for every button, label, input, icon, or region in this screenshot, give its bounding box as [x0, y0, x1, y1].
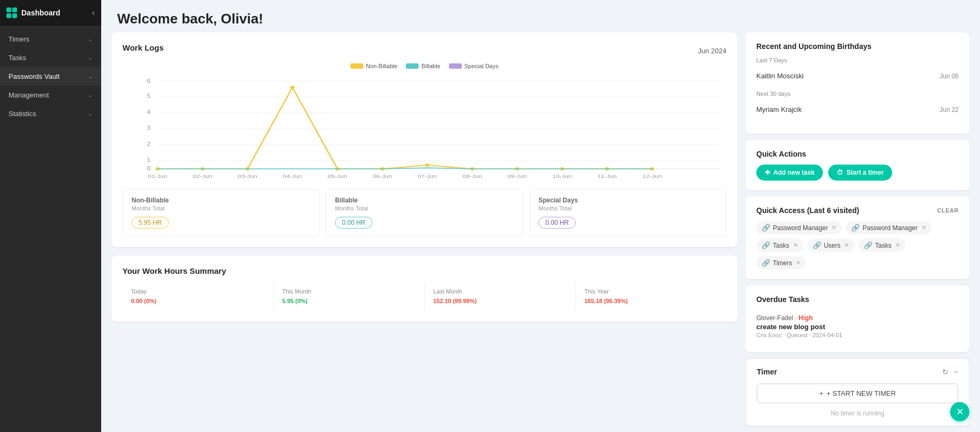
sidebar-item-timers[interactable]: Timers ⌄: [0, 30, 101, 48]
quick-actions-card: Quick Actions ✚ Add new task ⏱ Start a t…: [746, 140, 969, 190]
svg-text:10-Jun: 10-Jun: [552, 173, 571, 178]
quick-access-title: Quick Access (Last 6 visited): [756, 206, 859, 215]
sidebar-item-tasks[interactable]: Tasks ⌄: [0, 48, 101, 67]
chip-label: Tasks: [773, 242, 789, 249]
birthday-row-kaitlin: Kaitlin Mosciski Jun 06: [756, 68, 959, 84]
sidebar-item-tasks-label: Tasks: [9, 54, 26, 62]
work-logs-header: Work Logs Jun 2024: [123, 43, 726, 59]
svg-text:2: 2: [146, 141, 150, 147]
chip-tasks-1[interactable]: 🔗 Tasks ✕: [756, 239, 803, 252]
link-icon: 🔗: [762, 224, 770, 232]
work-hours-title: Your Work Hours Summary: [123, 266, 726, 275]
work-logs-card: Work Logs Jun 2024 Non-Billable Billable…: [112, 32, 737, 247]
timer-action-icons: ↻ −: [942, 368, 958, 376]
sidebar-app-title: Dashboard: [21, 9, 60, 17]
chip-password-manager-1[interactable]: 🔗 Password Manager ✕: [756, 221, 842, 234]
legend-special-days: Special Days: [449, 63, 499, 69]
close-icon[interactable]: ✕: [895, 242, 900, 249]
stat-special-days-label: Special Days: [538, 197, 717, 204]
quick-actions-buttons: ✚ Add new task ⏱ Start a timer: [756, 165, 959, 181]
birthdays-last7-section: Last 7 Days Kaitlin Mosciski Jun 06: [756, 57, 959, 84]
svg-point-20: [425, 164, 429, 167]
sidebar-item-passwords-vault[interactable]: Passwords Vault ⌄: [0, 67, 101, 86]
hours-today-label: Today: [131, 288, 265, 295]
quick-access-chips: 🔗 Password Manager ✕ 🔗 Password Manager …: [756, 221, 959, 270]
svg-text:01-Jun: 01-Jun: [148, 173, 167, 178]
chip-tasks-2[interactable]: 🔗 Tasks ✕: [859, 239, 905, 252]
sidebar-item-statistics[interactable]: Statistics ⌄: [0, 104, 101, 123]
work-logs-title: Work Logs: [123, 43, 164, 52]
sidebar: Dashboard ‹ Timers ⌄ Tasks ⌄ Passwords V…: [0, 0, 101, 432]
chart-date: Jun 2024: [698, 47, 727, 55]
page-title: Welcome back, Olivia!: [117, 11, 964, 27]
next30-label: Next 30 days: [756, 91, 959, 97]
stat-special-days-value: 0.00 HR: [538, 217, 576, 229]
minus-icon[interactable]: −: [954, 368, 958, 376]
close-icon[interactable]: ✕: [793, 242, 798, 249]
hours-this-year-value: 165.18 (96.39%): [584, 297, 718, 305]
sidebar-collapse-button[interactable]: ‹: [92, 8, 95, 18]
chart-legend: Non-Billable Billable Special Days: [123, 63, 726, 69]
start-new-timer-button[interactable]: + + START NEW TIMER: [757, 384, 958, 403]
timer-status: No timer is running: [757, 410, 958, 417]
chip-label: Password Manager: [773, 224, 828, 232]
chip-timers[interactable]: 🔗 Timers ✕: [756, 256, 806, 270]
svg-text:3: 3: [146, 125, 150, 131]
svg-text:08-Jun: 08-Jun: [463, 173, 482, 178]
content-area: Work Logs Jun 2024 Non-Billable Billable…: [101, 32, 980, 432]
chevron-down-icon: ⌄: [88, 73, 93, 80]
special-days-color: [449, 63, 462, 69]
sidebar-item-statistics-label: Statistics: [9, 110, 36, 118]
chip-password-manager-2[interactable]: 🔗 Password Manager ✕: [846, 221, 931, 234]
stat-billable-value: 0.00 HR: [335, 217, 372, 229]
legend-billable-label: Billable: [421, 63, 440, 69]
stat-non-billable-label: Non-Billable: [132, 197, 311, 204]
floating-action-button[interactable]: ✕: [950, 402, 969, 421]
legend-billable: Billable: [406, 63, 440, 69]
hours-this-month: This Month 5.95 (0%): [274, 282, 425, 311]
work-logs-chart: 0 1 2 3 4 5 6: [123, 76, 726, 182]
quick-access-card: Quick Access (Last 6 visited) CLEAR 🔗 Pa…: [746, 197, 969, 279]
main-content: Welcome back, Olivia! Work Logs Jun 2024…: [101, 0, 980, 432]
close-icon[interactable]: ✕: [796, 259, 801, 266]
sidebar-item-management[interactable]: Management ⌄: [0, 86, 101, 104]
birthdays-title: Recent and Upcoming Birthdays: [756, 42, 959, 51]
link-icon: 🔗: [851, 224, 860, 232]
link-icon: 🔗: [762, 259, 770, 267]
add-new-task-button[interactable]: ✚ Add new task: [756, 165, 823, 181]
chip-label: Users: [824, 242, 840, 249]
non-billable-color: [350, 63, 363, 69]
svg-text:02-Jun: 02-Jun: [193, 173, 212, 178]
chip-label: Password Manager: [862, 224, 917, 232]
chip-label: Timers: [773, 259, 792, 267]
close-icon[interactable]: ✕: [921, 224, 926, 231]
overdue-task-item: Glover-Fadel · High create new blog post…: [756, 310, 959, 343]
close-icon[interactable]: ✕: [844, 242, 849, 249]
overdue-tasks-card: Overdue Tasks Glover-Fadel · High create…: [746, 286, 969, 352]
hours-this-year-label: This Year: [584, 288, 718, 295]
sidebar-item-passwords-label: Passwords Vault: [9, 72, 60, 80]
quick-access-clear-button[interactable]: CLEAR: [937, 207, 959, 214]
overdue-task-name: create new blog post: [756, 323, 959, 331]
close-icon[interactable]: ✕: [831, 224, 836, 231]
work-hours-card: Your Work Hours Summary Today 0.00 (0%) …: [112, 256, 737, 322]
sidebar-header: Dashboard ‹: [0, 0, 101, 26]
chevron-down-icon: ⌄: [88, 92, 93, 99]
timer-header: Timer ↻ −: [757, 368, 958, 376]
birthday-row-myriam: Myriam Krajcik Jun 22: [756, 101, 959, 118]
clock-icon: ⏱: [837, 169, 843, 176]
chip-users[interactable]: 🔗 Users ✕: [807, 239, 854, 252]
hours-this-month-value: 5.95 (0%): [282, 297, 416, 305]
start-timer-label: Start a timer: [846, 169, 884, 176]
start-timer-button[interactable]: ⏱ Start a timer: [828, 165, 892, 181]
link-icon: 🔗: [813, 241, 821, 249]
stat-billable: Billable Months Total 0.00 HR: [326, 189, 523, 237]
hours-last-month: Last Month 152.10 (99.99%): [425, 282, 576, 311]
chevron-down-icon: ⌄: [88, 54, 93, 61]
stat-non-billable-value: 5.95 HR: [132, 217, 169, 229]
refresh-icon[interactable]: ↻: [942, 368, 949, 376]
svg-text:03-Jun: 03-Jun: [238, 173, 257, 178]
birthdays-card: Recent and Upcoming Birthdays Last 7 Day…: [746, 32, 969, 134]
hours-last-month-label: Last Month: [434, 288, 567, 295]
svg-text:0: 0: [146, 166, 151, 172]
